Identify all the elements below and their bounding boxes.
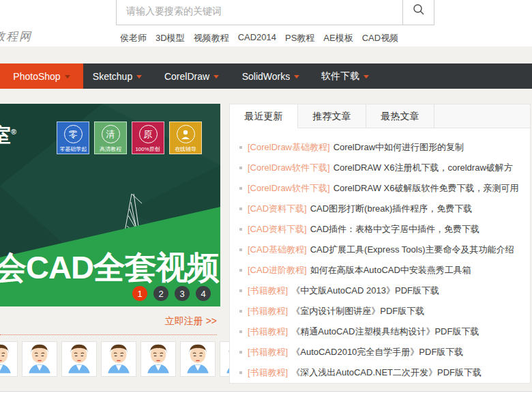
search-bar	[116, 0, 434, 25]
avatar-face-icon	[0, 342, 14, 376]
chevron-down-icon	[65, 75, 70, 78]
main-nav: PhotoShopSketchupCorelDrawSolidWorks软件下载	[0, 63, 532, 89]
quick-link-5[interactable]: AE模板	[323, 32, 353, 44]
avatar[interactable]	[0, 341, 18, 377]
nav-item-2[interactable]: CorelDraw	[151, 63, 232, 89]
article-title: 《室内设计制图讲座》PDF版下载	[291, 305, 424, 317]
badge-label: 高清教程	[100, 145, 121, 153]
article-title: CAD扩展工具(Express Tools)主要命令及其功能介绍	[310, 244, 514, 256]
nav-item-label: CorelDraw	[164, 71, 209, 82]
bullet-icon	[239, 208, 242, 210]
avatar-face-icon	[144, 342, 173, 376]
nav-item-label: PhotoShop	[13, 71, 60, 82]
tab-2[interactable]: 最热文章	[366, 104, 434, 128]
avatar-face-icon	[25, 342, 54, 376]
nav-item-4[interactable]: 软件下载	[310, 63, 381, 89]
quick-link-1[interactable]: 3D模型	[156, 32, 185, 44]
bullet-icon	[239, 146, 242, 149]
article-row-6[interactable]: [CAD进阶教程]如何在高版本AutoCAD中安装燕秀工具箱	[239, 260, 520, 281]
article-category: [CAD基础教程]	[248, 244, 307, 256]
register-link[interactable]: 立即注册 >>	[0, 315, 217, 328]
avatar-face-icon	[183, 342, 212, 376]
chevron-down-icon	[364, 75, 369, 78]
banner-logo-fragment: 室®	[0, 121, 16, 149]
article-category: [CAD进阶教程]	[248, 264, 307, 276]
article-category: [书籍教程]	[248, 367, 288, 379]
article-row-1[interactable]: [CorelDraw软件下载]CorelDRAW X6注册机下载，coreldr…	[239, 158, 520, 178]
nav-item-label: Sketchup	[93, 71, 132, 82]
article-row-11[interactable]: [书籍教程]《深入浅出AutoCAD.NET二次开发》PDF版下载	[239, 362, 520, 383]
badge-char-icon: 清	[102, 125, 120, 143]
badge-label: 零基础学起	[59, 145, 87, 153]
avatar[interactable]	[22, 341, 57, 377]
badge-char-icon: 零	[64, 125, 83, 143]
bullet-icon	[239, 167, 242, 169]
bullet-icon	[239, 187, 242, 190]
article-row-3[interactable]: [CAD资料下载]CAD图形打断(break)插件程序，免费下载	[239, 199, 520, 219]
article-category: [书籍教程]	[248, 285, 288, 297]
badge-label: 100%原创	[136, 145, 160, 153]
article-row-2[interactable]: [CorelDraw软件下载]CorelDRAW X6破解版软件免费下载，亲测可…	[239, 178, 520, 199]
article-list: [CorelDraw基础教程]CorelDraw中如何进行图形的复制[Corel…	[230, 128, 530, 383]
quick-links: 侯老师3D模型视频教程CAD2014PS教程AE模板CAD视频	[120, 32, 398, 44]
nav-item-3[interactable]: SolidWorks	[232, 63, 310, 89]
quick-link-0[interactable]: 侯老师	[120, 32, 147, 44]
banner-badge-3: 在线辅导	[169, 121, 202, 154]
article-row-4[interactable]: [CAD资料下载]CAD插件：表格中文字居中插件，免费下载	[239, 219, 520, 240]
articles-tabstrip: 最近更新推荐文章最热文章	[230, 104, 530, 128]
banner-headline: 会CAD全套视频	[0, 251, 219, 283]
avatar[interactable]	[61, 341, 97, 377]
avatar[interactable]	[180, 341, 216, 377]
badge-label: 在线辅导	[175, 145, 196, 153]
nav-item-0[interactable]: PhotoShop	[0, 63, 83, 89]
banner-badge-0: 零零基础学起	[57, 121, 89, 154]
banner-carousel[interactable]: 室® 零零基础学起清高清教程原100%原创在线辅导 会CAD全套视频 1234	[0, 104, 220, 306]
article-category: [CorelDraw软件下载]	[248, 182, 330, 195]
bullet-icon	[239, 228, 242, 231]
chevron-down-icon	[136, 75, 142, 78]
avatar-face-icon	[104, 342, 133, 376]
article-row-0[interactable]: [CorelDraw基础教程]CorelDraw中如何进行图形的复制	[239, 137, 520, 158]
article-row-7[interactable]: [书籍教程]《中文版AutoCAD 2013》PDF版下载	[239, 281, 520, 301]
article-title: CorelDraw中如何进行图形的复制	[334, 141, 464, 154]
article-category: [CAD资料下载]	[248, 223, 307, 235]
search-icon	[413, 3, 425, 18]
carousel-dot-1[interactable]: 1	[132, 286, 147, 301]
tab-0[interactable]: 最近更新	[230, 104, 298, 128]
search-input[interactable]	[116, 0, 403, 25]
article-row-8[interactable]: [书籍教程]《室内设计制图讲座》PDF版下载	[239, 301, 520, 321]
page: 教程网 侯老师3D模型视频教程CAD2014PS教程AE模板CAD视频 Phot…	[0, 0, 532, 415]
article-row-9[interactable]: [书籍教程]《精通AutoCAD注塑模具结构设计》PDF版下载	[239, 321, 520, 342]
article-row-10[interactable]: [书籍教程]《AutoCAD2010完全自学手册》PDF版下载	[239, 342, 520, 362]
member-avatars-row	[0, 341, 255, 377]
footer-divider	[0, 391, 532, 415]
article-category: [书籍教程]	[248, 305, 288, 317]
site-logo[interactable]: 教程网	[0, 29, 32, 44]
carousel-dot-4[interactable]: 4	[196, 286, 211, 301]
quick-link-6[interactable]: CAD视频	[362, 32, 398, 44]
avatar[interactable]	[101, 341, 136, 377]
nav-item-1[interactable]: Sketchup	[83, 63, 151, 89]
bullet-icon	[239, 310, 242, 313]
carousel-dot-2[interactable]: 2	[153, 286, 168, 301]
article-row-5[interactable]: [CAD基础教程]CAD扩展工具(Express Tools)主要命令及其功能介…	[239, 240, 520, 260]
bullet-icon	[239, 351, 242, 354]
article-category: [CAD资料下载]	[248, 203, 307, 215]
carousel-dot-3[interactable]: 3	[175, 286, 190, 301]
tab-1[interactable]: 推荐文章	[298, 104, 366, 128]
badge-char-icon: 原	[139, 125, 158, 143]
article-title: CorelDRAW X6注册机下载，coreldraw破解方	[334, 162, 513, 174]
article-category: [书籍教程]	[248, 326, 288, 338]
avatar[interactable]	[141, 341, 176, 377]
quick-link-2[interactable]: 视频教程	[194, 32, 229, 44]
banner-badges: 零零基础学起清高清教程原100%原创在线辅导	[57, 121, 202, 154]
nav-item-label: 软件下载	[321, 70, 359, 83]
search-button[interactable]	[403, 0, 434, 25]
quick-link-3[interactable]: CAD2014	[238, 32, 276, 44]
banner-badge-2: 原100%原创	[132, 121, 164, 154]
article-category: [CorelDraw软件下载]	[248, 162, 330, 174]
tutor-person-icon	[177, 125, 195, 143]
quick-link-4[interactable]: PS教程	[285, 32, 314, 44]
bullet-icon	[239, 289, 242, 292]
bullet-icon	[239, 269, 242, 272]
